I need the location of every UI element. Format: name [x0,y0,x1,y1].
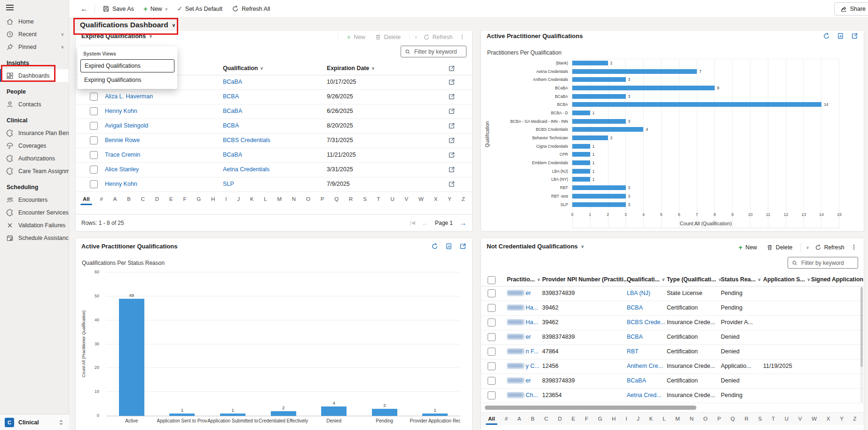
alphabet-letter-E[interactable]: E [571,415,576,422]
area-switcher[interactable]: C Clinical [0,414,69,430]
bar[interactable] [572,185,626,190]
horizontal-scrollbar-thumb[interactable] [485,406,696,410]
qual-cell[interactable]: RBT [627,348,639,355]
practitioner-link[interactable]: y C... [507,363,539,369]
refresh-icon[interactable] [823,32,830,40]
practitioner-link[interactable]: er [507,334,531,340]
sidebar-item-home[interactable]: Home [0,15,69,28]
open-record-icon[interactable] [448,93,455,100]
more-commands-icon[interactable]: … [460,32,466,42]
alphabet-letter-D[interactable]: D [155,195,159,203]
bar[interactable] [572,102,821,107]
column-expiration-date[interactable]: Expiration Date∨ [327,65,374,72]
alphabet-letter-R[interactable]: R [744,415,749,422]
alphabet-letter-A[interactable]: A [113,195,118,203]
alphabet-letter-J[interactable]: J [237,195,240,203]
practitioner-link[interactable]: er [507,290,531,296]
alphabet-letter-S[interactable]: S [363,195,367,203]
bar[interactable] [572,61,608,65]
alphabet-letter-Y[interactable]: Y [447,195,452,203]
popout-icon[interactable] [459,243,466,250]
alphabet-letter-P[interactable]: P [320,195,325,203]
qualification-link[interactable]: SLP [223,181,234,187]
qual-cell[interactable]: LBA (NJ) [627,290,650,296]
qualification-link[interactable]: BCBA [223,93,239,100]
row-checkbox[interactable] [90,180,98,188]
view-selector[interactable]: Not Credentialed Qualifications ∨ [487,243,584,250]
alphabet-letter-K[interactable]: K [649,415,654,422]
practitioner-link[interactable]: er [507,377,531,384]
open-record-icon[interactable] [448,108,455,115]
column-qualification[interactable]: Qualification∨ [223,65,263,72]
alphabet-letter-L[interactable]: L [263,195,267,203]
alphabet-letter-P[interactable]: P [717,415,721,422]
alphabet-letter-N[interactable]: N [292,195,296,203]
row-checkbox[interactable] [488,319,496,326]
alphabet-letter-W[interactable]: W [418,195,424,203]
refresh-button[interactable]: Refresh [419,32,457,42]
first-page-icon[interactable]: |◀ [410,220,415,226]
alphabet-letter-Z[interactable]: Z [461,195,466,203]
bar[interactable] [271,411,296,416]
alphabet-letter-#[interactable]: # [504,415,508,422]
bar[interactable] [572,94,626,99]
open-record-icon[interactable] [448,79,455,86]
qualification-link[interactable]: BCBA [223,122,239,129]
next-page-icon[interactable]: → [459,219,466,227]
row-checkbox[interactable] [90,151,98,159]
alphabet-letter-C[interactable]: C [544,415,548,422]
row-checkbox[interactable] [90,107,98,115]
alphabet-letter-V[interactable]: V [798,415,803,422]
sidebar-item-encounter-services[interactable]: Encounter Services [0,206,69,219]
alphabet-letter-All[interactable]: All [82,195,90,203]
bar[interactable] [119,299,144,416]
new-button[interactable]: + New ∨ [139,2,173,16]
bar[interactable] [169,414,195,416]
qual-cell[interactable]: Anthem Cre... [627,363,663,369]
popout-icon[interactable] [448,65,455,72]
bar[interactable] [572,194,626,199]
vertical-scrollbar[interactable] [860,287,863,403]
sidebar-item-care-team-assignme[interactable]: Care Team Assignme... [0,165,69,177]
bar[interactable] [321,406,347,416]
alphabet-letter-H[interactable]: H [611,415,616,422]
alphabet-letter-F[interactable]: F [182,195,187,203]
bar[interactable] [572,169,590,174]
sidebar-item-insurance-plan-benef[interactable]: Insurance Plan Benef... [0,127,69,139]
alphabet-letter-T[interactable]: T [377,195,381,203]
qual-cell[interactable]: Aetna Cred... [627,392,662,398]
popout-icon[interactable] [851,32,858,40]
open-record-icon[interactable] [448,137,455,144]
row-checkbox[interactable] [90,93,98,101]
alphabet-letter-O[interactable]: O [703,415,708,422]
new-record-button[interactable]: +New [343,32,369,42]
bar[interactable] [572,152,590,157]
alphabet-letter-M[interactable]: M [276,195,282,203]
alphabet-letter-Z[interactable]: Z [853,415,857,422]
alphabet-letter-#[interactable]: # [100,195,103,203]
alphabet-letter-H[interactable]: H [211,195,215,203]
alphabet-letter-M[interactable]: M [675,415,680,422]
chevron-down-icon[interactable]: ∨ [806,245,809,250]
hamburger-menu-icon[interactable] [6,5,14,12]
previous-page-icon[interactable]: ← [422,219,428,227]
qualification-link[interactable]: Aetna Credentials [223,166,269,173]
refresh-icon[interactable] [431,243,438,250]
set-as-default-button[interactable]: ✓ Set As Default [173,2,227,16]
alphabet-letter-N[interactable]: N [689,415,694,422]
practitioner-link[interactable]: Ch... [507,392,538,398]
sidebar-item-dashboards[interactable]: Dashboards [0,69,69,82]
alphabet-letter-O[interactable]: O [306,195,311,203]
view-option-expired-qualifications[interactable]: Expired Qualifications [80,59,174,72]
sidebar-item-encounters[interactable]: Encounters [0,193,69,206]
delete-button[interactable]: Delete [371,32,405,42]
alphabet-letter-X[interactable]: X [826,415,831,422]
bar[interactable] [572,119,626,124]
row-checkbox[interactable] [488,289,496,297]
sidebar-item-contacts[interactable]: Contacts [0,98,69,111]
row-checkbox[interactable] [488,304,496,312]
alphabet-letter-S[interactable]: S [758,415,763,422]
qual-cell[interactable]: BCaBA [627,377,646,384]
new-record-button[interactable]: +New [734,242,760,253]
alphabet-letter-I[interactable]: I [225,195,227,203]
